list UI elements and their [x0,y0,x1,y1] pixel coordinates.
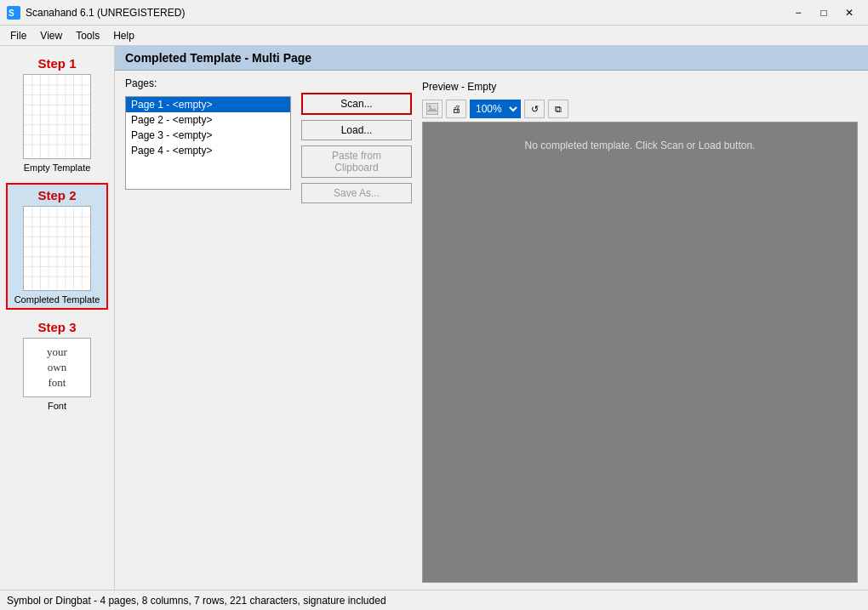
titlebar-controls: − □ ✕ [786,3,861,22]
step3-name: Font [48,401,66,411]
save-as-button[interactable]: Save As... [301,183,412,203]
svg-point-35 [429,105,431,108]
step3-label: Step 3 [37,320,76,334]
svg-text:S: S [9,9,14,18]
page-item-3[interactable]: Page 3 - <empty> [126,128,290,143]
content-body: Pages: Page 1 - <empty> Page 2 - <empty>… [115,71,868,590]
copy-button[interactable]: ⧉ [548,100,568,118]
menu-item-file[interactable]: File [3,28,33,43]
action-buttons: Scan... Load... Paste from Clipboard Sav… [301,77,412,583]
page-item-2[interactable]: Page 2 - <empty> [126,112,290,128]
content-header: Completed Template - Multi Page [115,46,868,71]
step1-label: Step 1 [37,56,76,71]
step3-thumbnail: your own font [23,338,91,397]
sidebar-step2[interactable]: Step 2 [6,183,108,310]
image-icon [426,103,438,115]
scan-button[interactable]: Scan... [301,93,412,115]
preview-section: Preview - Empty 🖨 100% [422,77,858,583]
menu-item-help[interactable]: Help [106,28,141,43]
step2-thumbnail [23,206,91,291]
statusbar-text: Symbol or Dingbat - 4 pages, 8 columns, … [7,595,386,607]
preview-image-btn[interactable] [422,100,443,118]
step1-name: Empty Template [24,162,91,173]
step2-name: Completed Template [14,294,100,305]
page-item-4[interactable]: Page 4 - <empty> [126,143,290,158]
close-button[interactable]: ✕ [837,3,861,22]
content-area: Completed Template - Multi Page Pages: P… [115,46,868,590]
app-icon: S [7,6,20,20]
left-panel: Pages: Page 1 - <empty> Page 2 - <empty>… [125,77,291,583]
titlebar-title: Scanahand 6.1 (UNREGISTERED) [26,7,786,19]
refresh-icon: ↺ [531,104,539,115]
preview-message: No completed template. Click Scan or Loa… [525,140,756,151]
preview-toolbar: 🖨 100% 75% 50% 125% 150% 200% ↺ ⧉ [422,100,858,118]
preview-canvas: No completed template. Click Scan or Loa… [422,122,858,583]
minimize-button[interactable]: − [786,3,810,22]
sidebar-step3[interactable]: Step 3 your own font Font [6,316,108,414]
step2-label: Step 2 [37,188,76,202]
main-layout: Step 1 [0,46,868,590]
step1-thumbnail [23,74,91,159]
menubar: File View Tools Help [0,26,868,46]
pages-label: Pages: [125,77,291,89]
menu-item-view[interactable]: View [33,28,69,43]
refresh-button[interactable]: ↺ [524,100,545,118]
sidebar-step1[interactable]: Step 1 [6,53,108,176]
pages-list[interactable]: Page 1 - <empty> Page 2 - <empty> Page 3… [125,96,291,190]
zoom-select[interactable]: 100% 75% 50% 125% 150% 200% [470,100,521,118]
paste-button[interactable]: Paste from Clipboard [301,145,412,178]
print-icon: 🖨 [452,104,461,114]
statusbar: Symbol or Dingbat - 4 pages, 8 columns, … [0,590,868,610]
copy-icon: ⧉ [555,104,562,115]
preview-header: Preview - Empty [422,77,858,96]
maximize-button[interactable]: □ [812,3,836,22]
titlebar: S Scanahand 6.1 (UNREGISTERED) − □ ✕ [0,0,868,26]
sidebar: Step 1 [0,46,115,590]
menu-item-tools[interactable]: Tools [69,28,106,43]
print-button[interactable]: 🖨 [446,100,466,118]
load-button[interactable]: Load... [301,120,412,140]
page-item-1[interactable]: Page 1 - <empty> [126,97,290,112]
